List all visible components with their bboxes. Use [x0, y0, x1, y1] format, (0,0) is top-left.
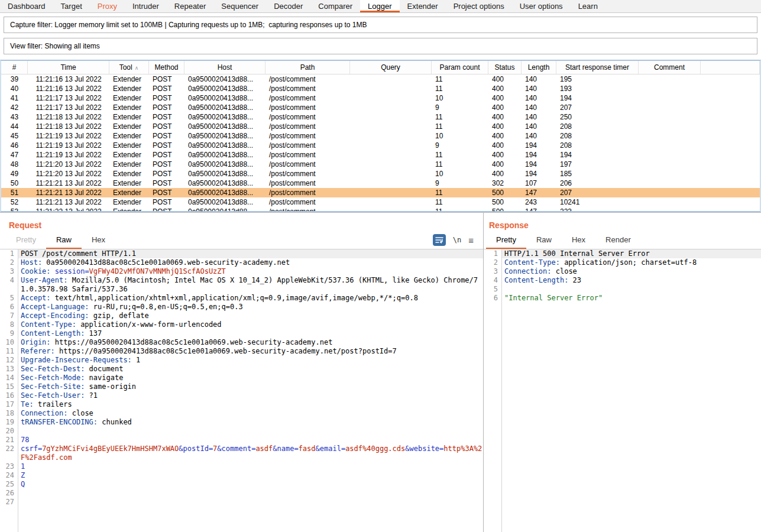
- cell: 10: [432, 93, 488, 103]
- message-editors: Request PrettyRawHex \n ≡ 1POST /post/co…: [0, 212, 761, 532]
- log-row[interactable]: 4111:21:17 13 Jul 2022ExtenderPOST0a9500…: [1, 93, 760, 103]
- menu-icon[interactable]: ≡: [468, 235, 474, 245]
- line-content: Connection: close: [501, 267, 761, 276]
- log-row[interactable]: 4711:21:19 13 Jul 2022ExtenderPOST0a9500…: [1, 150, 760, 160]
- cell: Extender: [109, 197, 149, 207]
- column-header-time[interactable]: Time: [28, 61, 109, 74]
- request-tab-pretty[interactable]: Pretty: [6, 231, 46, 249]
- request-editor[interactable]: 1POST /post/comment HTTP/1.12Host: 0a950…: [0, 249, 483, 532]
- log-row[interactable]: 4011:21:16 13 Jul 2022ExtenderPOST0a9500…: [1, 84, 760, 93]
- cell: Extender: [109, 188, 149, 197]
- tab-user-options[interactable]: User options: [512, 0, 571, 12]
- capture-filter-bar[interactable]: Capture filter: Logger memory limit set …: [4, 17, 757, 33]
- log-row[interactable]: 5311:21:22 13 Jul 2022ExtenderPOST0a9500…: [1, 207, 760, 212]
- line-content: csrf=7gYzhMCiFvi4gBEyUEEk7HmHSHM7xWAO&po…: [18, 445, 483, 462]
- request-tab-hex[interactable]: Hex: [82, 231, 115, 249]
- cell: [639, 93, 701, 103]
- cell: POST: [149, 103, 184, 112]
- tab-comparer[interactable]: Comparer: [310, 0, 360, 12]
- editor-line: 24Z: [0, 471, 483, 480]
- tab-learn[interactable]: Learn: [571, 0, 605, 12]
- log-row[interactable]: 4411:21:18 13 Jul 2022ExtenderPOST0a9500…: [1, 122, 760, 131]
- line-number: 5: [0, 294, 18, 303]
- cell: 140: [522, 93, 556, 103]
- request-panel: Request PrettyRawHex \n ≡ 1POST /post/co…: [0, 213, 484, 532]
- cell: 140: [522, 84, 556, 93]
- cell: 11: [432, 150, 488, 160]
- line-number: 3: [0, 267, 18, 276]
- column-header-tool[interactable]: Tool∧: [109, 61, 149, 74]
- cell-filler: [701, 160, 760, 169]
- cell: /post/comment: [265, 179, 350, 188]
- column-header-comment[interactable]: Comment: [639, 61, 701, 74]
- tab-extender[interactable]: Extender: [400, 0, 446, 12]
- log-row[interactable]: 4911:21:20 13 Jul 2022ExtenderPOST0a9500…: [1, 169, 760, 179]
- cell: 194: [522, 160, 556, 169]
- cell: 11:21:20 13 Jul 2022: [28, 169, 109, 179]
- line-content: Host: 0a9500020413d88ac08c5c1e001a0069.w…: [18, 258, 483, 267]
- line-content: Connection: close: [18, 409, 483, 418]
- column-header-[interactable]: #: [1, 61, 28, 74]
- line-content: tRANSFER-ENCODING: chunked: [18, 418, 483, 427]
- view-filter-bar[interactable]: View filter: Showing all items: [4, 38, 757, 54]
- log-row[interactable]: 5011:21:21 13 Jul 2022ExtenderPOST0a9500…: [1, 179, 760, 188]
- editor-line: 11Referer: https://0a9500020413d88ac08c5…: [0, 347, 483, 356]
- tab-repeater[interactable]: Repeater: [167, 0, 213, 12]
- response-editor[interactable]: 1HTTP/1.1 500 Internal Server Error2Cont…: [484, 249, 761, 532]
- request-tab-raw[interactable]: Raw: [46, 231, 82, 249]
- line-number: 10: [0, 338, 18, 347]
- cell: 250: [556, 112, 639, 122]
- cell: 11:21:22 13 Jul 2022: [28, 207, 109, 212]
- response-tab-pretty[interactable]: Pretty: [486, 231, 526, 249]
- column-header-method[interactable]: Method: [149, 61, 184, 74]
- response-tab-hex[interactable]: Hex: [562, 231, 595, 249]
- cell: 207: [556, 103, 639, 112]
- cell: 11: [432, 188, 488, 197]
- soft-wrap-icon[interactable]: [433, 234, 446, 246]
- cell: 11:21:20 13 Jul 2022: [28, 160, 109, 169]
- cell: [639, 150, 701, 160]
- log-row[interactable]: 3911:21:16 13 Jul 2022ExtenderPOST0a9500…: [1, 74, 760, 84]
- column-header-paramcount[interactable]: Param count: [432, 61, 488, 74]
- cell: 0a9500020413d88...: [184, 112, 265, 122]
- cell: [639, 141, 701, 150]
- log-row[interactable]: 5211:21:21 13 Jul 2022ExtenderPOST0a9500…: [1, 197, 760, 207]
- newline-icon[interactable]: \n: [453, 236, 461, 244]
- column-header-status[interactable]: Status: [488, 61, 522, 74]
- log-row[interactable]: 4811:21:20 13 Jul 2022ExtenderPOST0a9500…: [1, 160, 760, 169]
- log-row[interactable]: 4211:21:17 13 Jul 2022ExtenderPOST0a9500…: [1, 103, 760, 112]
- editor-line: 10Origin: https://0a9500020413d88ac08c5c…: [0, 338, 483, 347]
- column-header-query[interactable]: Query: [350, 61, 432, 74]
- cell: Extender: [109, 141, 149, 150]
- cell: 400: [488, 74, 522, 84]
- column-header-length[interactable]: Length: [522, 61, 556, 74]
- response-tab-raw[interactable]: Raw: [526, 231, 562, 249]
- log-row[interactable]: 5111:21:21 13 Jul 2022ExtenderPOST0a9500…: [1, 188, 760, 197]
- column-header-startresponsetimer[interactable]: Start response timer: [556, 61, 639, 74]
- cell: [350, 84, 432, 93]
- response-tab-render[interactable]: Render: [595, 231, 641, 249]
- column-header-filler: [701, 61, 760, 74]
- tab-decoder[interactable]: Decoder: [266, 0, 310, 12]
- cell: [350, 122, 432, 131]
- editor-line: 15Sec-Fetch-Site: same-origin: [0, 382, 483, 391]
- cell: [350, 179, 432, 188]
- tab-intruder[interactable]: Intruder: [125, 0, 167, 12]
- line-content: Accept-Encoding: gzip, deflate: [18, 312, 483, 320]
- log-row[interactable]: 4611:21:19 13 Jul 2022ExtenderPOST0a9500…: [1, 141, 760, 150]
- tab-sequencer[interactable]: Sequencer: [213, 0, 266, 12]
- column-header-path[interactable]: Path: [265, 61, 350, 74]
- log-table-body: 3911:21:16 13 Jul 2022ExtenderPOST0a9500…: [1, 74, 760, 212]
- tab-dashboard[interactable]: Dashboard: [0, 0, 53, 12]
- tab-proxy[interactable]: Proxy: [90, 0, 125, 12]
- log-row[interactable]: 4311:21:18 13 Jul 2022ExtenderPOST0a9500…: [1, 112, 760, 122]
- column-header-host[interactable]: Host: [184, 61, 265, 74]
- tab-logger[interactable]: Logger: [360, 0, 399, 12]
- cell: POST: [149, 207, 184, 212]
- cell: POST: [149, 179, 184, 188]
- line-content: [18, 489, 483, 498]
- editor-line: 13Sec-Fetch-Dest: document: [0, 365, 483, 374]
- tab-target[interactable]: Target: [53, 0, 90, 12]
- log-row[interactable]: 4511:21:19 13 Jul 2022ExtenderPOST0a9500…: [1, 131, 760, 141]
- tab-project-options[interactable]: Project options: [446, 0, 512, 12]
